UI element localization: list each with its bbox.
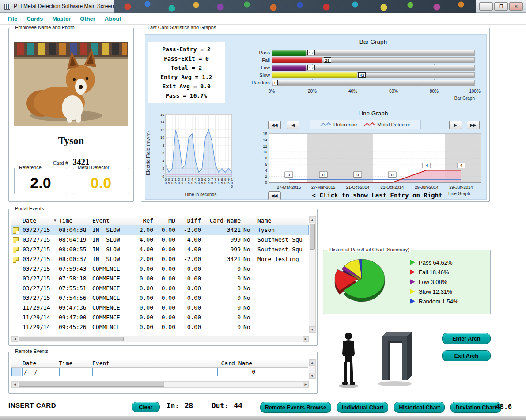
- previous-record-button[interactable]: ◀: [287, 121, 299, 129]
- remote-entry-name[interactable]: [258, 368, 313, 376]
- maximize-button[interactable]: ❐: [494, 2, 508, 11]
- menu-item-file[interactable]: File: [8, 15, 17, 22]
- portal-event-row[interactable]: 03/27/1508:04:19IN SLOW4.000.00-4.00999N…: [11, 235, 308, 245]
- remote-entry-time[interactable]: [59, 368, 93, 376]
- clear-button[interactable]: Clear: [132, 402, 160, 412]
- column-header-event[interactable]: Event: [91, 359, 214, 367]
- bar-row-slow: Slow42: [272, 72, 475, 78]
- cell-md: 0.00: [155, 235, 177, 245]
- remote-entry-icon[interactable]: [11, 368, 21, 376]
- svg-text:14: 14: [160, 120, 164, 124]
- portal-event-row[interactable]: 03/27/1508:00:37IN SLOW2.000.00-2.003421…: [11, 254, 308, 264]
- scrollbar-thumb[interactable]: [310, 224, 315, 250]
- scrollbar-thumb[interactable]: [19, 382, 164, 387]
- svg-text:8: 8: [265, 156, 267, 160]
- bar-category-label: Slow: [245, 72, 270, 78]
- bar-value-label: 17: [307, 50, 315, 55]
- bar-axis-label: 100%: [469, 89, 481, 94]
- cell-card: 0: [202, 313, 242, 322]
- remote-entry-card[interactable]: 0: [217, 368, 257, 376]
- close-button[interactable]: ✕: [509, 2, 523, 11]
- x-axis-date-label: 29-Jun-2014: [415, 185, 438, 189]
- menu-item-other[interactable]: Other: [80, 15, 95, 22]
- portal-event-row[interactable]: 11/29/1409:45:26COMMENCE0.000.000.000No: [11, 322, 308, 332]
- column-header-event[interactable]: Event: [91, 216, 134, 225]
- first-record-button[interactable]: ◀◀: [268, 121, 281, 129]
- employee-panel: Employee Name and Photo: [8, 28, 134, 202]
- remote-vertical-scrollbar[interactable]: ▲ ▼: [309, 359, 316, 379]
- remote-entry-date[interactable]: / /: [22, 368, 58, 376]
- column-header-card-name[interactable]: Card Name: [202, 216, 242, 225]
- exit-arch-button[interactable]: Exit Arch: [442, 350, 491, 361]
- svg-text:16: 16: [263, 132, 267, 136]
- column-header-diff[interactable]: Diff: [177, 216, 202, 225]
- column-header-md[interactable]: MD: [155, 216, 177, 225]
- scroll-right-button[interactable]: ►: [303, 382, 309, 387]
- portal-event-row[interactable]: 03/27/1508:00:55IN SLOW4.000.00-4.00999N…: [11, 245, 308, 254]
- column-header-time[interactable]: Time: [57, 359, 91, 367]
- menu-item-cards[interactable]: Cards: [26, 15, 43, 22]
- cell-time: 09:47:00: [57, 313, 91, 322]
- cell-ref: 0.00: [134, 313, 155, 322]
- portal-event-row[interactable]: 03/27/1507:59:43COMMENCE0.000.000.000No: [11, 264, 308, 274]
- next-record-button[interactable]: ▶: [449, 121, 462, 129]
- bar-row-low: Low17: [272, 65, 475, 71]
- column-header-blank[interactable]: [254, 359, 308, 367]
- portal-event-row[interactable]: 03/27/1508:04:38IN SLOW2.000.00-2.003421…: [11, 225, 308, 235]
- column-header-time[interactable]: Time: [57, 216, 91, 225]
- portal-vertical-scrollbar[interactable]: ▲ ▼: [309, 216, 316, 333]
- show-last-entry-button[interactable]: ◀◀: [268, 191, 281, 200]
- bar-graph: Pass17Fail25Low17Slow42Random0: [272, 50, 475, 89]
- cell-md: 0.00: [155, 225, 177, 235]
- individual-chart-button[interactable]: Individual Chart: [337, 402, 388, 413]
- column-header-ref[interactable]: Ref: [134, 216, 155, 225]
- last-record-button[interactable]: ▶▶: [467, 121, 480, 129]
- historical-chart-button[interactable]: Historical Chart: [394, 402, 445, 413]
- enter-arch-button[interactable]: Enter Arch: [442, 333, 491, 344]
- column-header-blank[interactable]: [11, 359, 21, 367]
- menu-item-about[interactable]: About: [105, 15, 121, 22]
- portal-event-row[interactable]: 11/29/1409:47:00COMMENCE0.000.000.000No: [11, 313, 308, 322]
- portal-event-row[interactable]: 03/27/1507:54:56COMMENCE0.000.000.000No: [11, 293, 308, 303]
- column-header-date[interactable]: Date▼: [21, 216, 57, 225]
- cell-flag: No: [242, 293, 256, 303]
- portal-event-row[interactable]: 03/27/1507:58:18COMMENCE0.000.000.000No: [11, 274, 308, 284]
- cell-time: 07:55:51: [57, 284, 91, 293]
- remote-events-browse-button[interactable]: Remote Events Browse: [260, 402, 331, 413]
- scroll-up-button[interactable]: ▲: [309, 217, 315, 223]
- column-header-card-name[interactable]: Card Name: [214, 359, 254, 367]
- portal-horizontal-scrollbar[interactable]: ◄ ►: [11, 336, 309, 342]
- x-axis-date-label: 21-Oct-2014: [346, 185, 370, 189]
- remote-events-entry-row[interactable]: / /0: [11, 368, 313, 376]
- cell-ref: 0.00: [134, 274, 155, 284]
- remote-horizontal-scrollbar[interactable]: ◄ ►: [11, 381, 309, 388]
- scroll-right-button[interactable]: ►: [303, 336, 309, 342]
- column-header-blank[interactable]: [242, 216, 256, 225]
- cell-ref: 2.00: [134, 254, 155, 264]
- pie-legend-item-slow: Slow 12.31%: [410, 287, 458, 296]
- cell-date: 03/27/15: [21, 245, 57, 254]
- scroll-left-button[interactable]: ◄: [12, 336, 18, 342]
- column-header-blank[interactable]: [11, 216, 21, 225]
- column-header-name[interactable]: Name: [256, 216, 308, 225]
- scroll-left-button[interactable]: ◄: [12, 382, 18, 387]
- cell-ref: 0.00: [134, 264, 155, 274]
- scroll-up-button[interactable]: ▲: [309, 359, 315, 366]
- scroll-down-button[interactable]: ▼: [309, 373, 315, 379]
- portal-event-row[interactable]: 03/27/1507:55:51COMMENCE0.000.000.000No: [11, 284, 308, 293]
- svg-text:5: 5: [194, 181, 196, 185]
- cell-flag: No: [242, 264, 256, 274]
- deviation-chart-button[interactable]: Deviation Chart: [450, 402, 501, 413]
- cell-card: 0: [202, 293, 242, 303]
- menu-item-master[interactable]: Master: [52, 15, 71, 22]
- column-header-date[interactable]: Date: [21, 359, 57, 367]
- metal-detector-arch: [374, 328, 416, 388]
- pie-legend-item-random: Random 1.54%: [410, 296, 458, 306]
- minimize-button[interactable]: —: [479, 2, 493, 11]
- scroll-down-button[interactable]: ▼: [309, 326, 315, 333]
- cell-icon: [11, 245, 21, 254]
- out-count: Out:44: [212, 401, 242, 410]
- portal-event-row[interactable]: 11/29/1409:47:36COMMENCE0.000.000.000No: [11, 303, 308, 313]
- scrollbar-thumb[interactable]: [19, 337, 124, 341]
- remote-entry-event[interactable]: [94, 368, 216, 376]
